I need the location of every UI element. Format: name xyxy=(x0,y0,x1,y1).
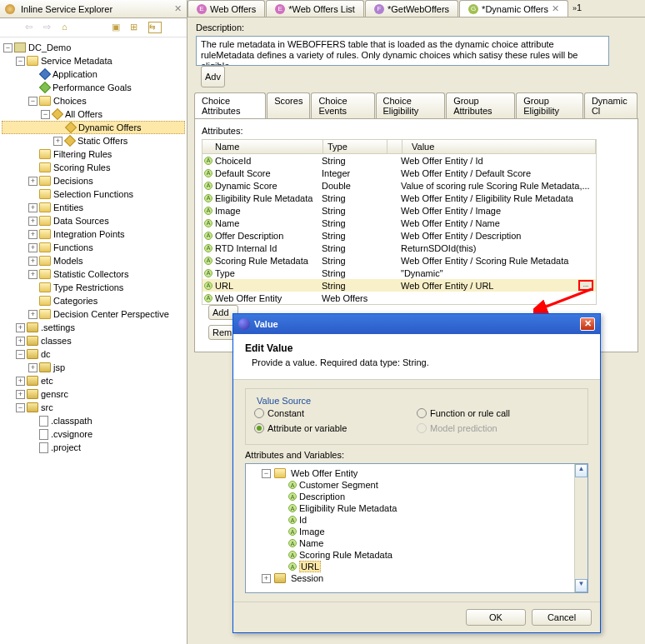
tree-cp[interactable]: .classpath xyxy=(51,416,92,426)
subtab-groupelig[interactable]: Group Eligibility xyxy=(516,92,583,118)
tabs-overflow[interactable]: »1 xyxy=(569,0,585,17)
av-entity[interactable]: Web Offer Entity xyxy=(291,468,358,478)
tree-etc[interactable]: etc xyxy=(41,376,53,386)
tree-ip[interactable]: Integration Points xyxy=(53,229,125,239)
scrollbar[interactable]: ▲ ▼ xyxy=(574,464,588,592)
close-icon[interactable]: ✕ xyxy=(552,3,559,14)
scroll-down-icon[interactable]: ▼ xyxy=(575,579,588,592)
radio-constant[interactable]: Constant xyxy=(254,406,417,421)
av-tree[interactable]: −Web Offer Entity ACustomer SegmentADesc… xyxy=(245,463,588,593)
av-item[interactable]: AURL xyxy=(249,561,584,572)
scroll-up-icon[interactable]: ▲ xyxy=(575,464,588,477)
tree-self[interactable]: Selection Functions xyxy=(53,189,133,199)
radio-attribute[interactable]: Attribute or variable xyxy=(254,421,417,436)
advanced-button[interactable]: Adv xyxy=(201,66,225,87)
cancel-button[interactable]: Cancel xyxy=(532,609,592,626)
cell-type: String xyxy=(322,206,401,216)
tree-fn[interactable]: Functions xyxy=(53,242,93,252)
subtab-scores[interactable]: Scores xyxy=(267,92,310,118)
tree-ds[interactable]: Data Sources xyxy=(53,216,109,226)
tree-dc[interactable]: dc xyxy=(41,349,51,359)
col-type[interactable]: Type xyxy=(323,140,388,153)
tree[interactable]: −DC_Demo −Service Metadata Application P… xyxy=(0,37,187,635)
folder-icon xyxy=(274,573,286,583)
table-row[interactable]: AScoring Rule MetadataStringWeb Offer En… xyxy=(202,254,596,267)
tree-dcp[interactable]: Decision Center Perspective xyxy=(53,309,169,319)
tree-dec[interactable]: Decisions xyxy=(53,176,93,186)
col-name[interactable]: Name xyxy=(202,140,323,153)
table-row[interactable]: ANameStringWeb Offer Entity / Name xyxy=(202,217,596,229)
ok-button[interactable]: OK xyxy=(466,609,526,626)
tree-app[interactable]: Application xyxy=(52,69,98,79)
tree-sm[interactable]: Service Metadata xyxy=(41,56,112,66)
tree-root[interactable]: DC_Demo xyxy=(28,42,71,52)
tree-tr[interactable]: Type Restrictions xyxy=(53,282,123,292)
av-item[interactable]: AScoring Rule Metadata xyxy=(249,549,584,561)
tree-gen[interactable]: gensrc xyxy=(41,389,68,399)
tree-statoffers[interactable]: Static Offers xyxy=(78,136,128,146)
table-row[interactable]: ATypeString"Dynamic" xyxy=(202,267,596,279)
av-item[interactable]: ACustomer Segment xyxy=(249,479,584,491)
table-row[interactable]: AImageStringWeb Offer Entity / Image xyxy=(202,204,596,217)
av-item[interactable]: AName xyxy=(249,537,584,549)
av-item[interactable]: ADescription xyxy=(249,491,584,502)
cell-value: Web Offer Entity / Eligibility Rule Meta… xyxy=(401,193,596,203)
tree-cls[interactable]: classes xyxy=(41,336,72,346)
attr-icon: A xyxy=(288,504,297,512)
table-row[interactable]: ADefault ScoreIntegerWeb Offer Entity / … xyxy=(202,167,596,179)
tree-proj[interactable]: .project xyxy=(51,442,81,452)
av-item[interactable]: AEligibility Rule Metadata xyxy=(249,502,584,514)
attr-icon: A xyxy=(204,169,212,177)
fwd-icon[interactable]: ⇨ xyxy=(43,22,57,33)
dialog-titlebar[interactable]: Value ✕ xyxy=(233,314,600,334)
av-item[interactable]: AImage xyxy=(249,526,584,537)
home-icon[interactable]: ⌂ xyxy=(62,22,75,33)
subtab-choiceelig[interactable]: Choice Eligibility xyxy=(376,92,446,118)
tab-getweboffers[interactable]: F*GetWebOffers xyxy=(365,0,458,17)
tree-sc[interactable]: Statistic Collectors xyxy=(53,269,128,279)
av-item[interactable]: AId xyxy=(249,514,584,526)
av-session[interactable]: Session xyxy=(291,573,323,583)
subtab-dynamic[interactable]: Dynamic Cl xyxy=(584,92,638,118)
radio-function[interactable]: Function or rule call xyxy=(417,406,579,421)
table-row[interactable]: AEligibility Rule MetadataStringWeb Offe… xyxy=(202,192,596,204)
cell-type: String xyxy=(322,268,401,278)
tree-choices[interactable]: Choices xyxy=(53,96,87,106)
collapse-icon[interactable]: ▣ xyxy=(112,22,125,33)
cell-type: String xyxy=(322,243,401,253)
table-row[interactable]: AURLStringWeb Offer Entity / URL... xyxy=(202,279,596,292)
file-icon xyxy=(39,442,48,453)
col-value[interactable]: Value xyxy=(402,140,596,153)
tree-src[interactable]: src xyxy=(41,402,53,412)
subtab-choiceattr[interactable]: Choice Attributes xyxy=(194,92,266,118)
description-text[interactable]: The rule metadata in WEBOFFERS table tha… xyxy=(196,36,609,66)
tree-cvs[interactable]: .cvsignore xyxy=(51,429,92,439)
tree-mdl[interactable]: Models xyxy=(53,256,82,266)
tree-set[interactable]: .settings xyxy=(41,322,75,332)
table-row[interactable]: ARTD Internal IdStringReturnSDOId(this) xyxy=(202,242,596,254)
tab-dynamicoffers[interactable]: G*Dynamic Offers✕ xyxy=(459,0,568,17)
tree-ent[interactable]: Entities xyxy=(53,202,83,212)
tab-webofferslist[interactable]: E*Web Offers List xyxy=(266,0,364,17)
close-button[interactable]: ✕ xyxy=(580,317,595,331)
cell-type: Double xyxy=(322,181,401,191)
tab-weboffers[interactable]: EWeb Offers xyxy=(188,0,265,17)
tree-alloffers[interactable]: All Offers xyxy=(65,109,102,119)
subtab-choiceevents[interactable]: Choice Events xyxy=(311,92,374,118)
tree-dynoffers[interactable]: Dynamic Offers xyxy=(78,122,142,132)
table-row[interactable]: ADynamic ScoreDoubleValue of scoring rul… xyxy=(202,179,596,192)
sync-icon[interactable]: ⇆ xyxy=(148,22,162,33)
tree-cat[interactable]: Categories xyxy=(53,296,98,306)
table-row[interactable]: AChoiceIdStringWeb Offer Entity / Id xyxy=(202,154,596,167)
tree-scor[interactable]: Scoring Rules xyxy=(53,162,110,172)
tree-jsp[interactable]: jsp xyxy=(53,362,65,372)
tree-perf[interactable]: Performance Goals xyxy=(52,82,132,92)
table-row[interactable]: AOffer DescriptionStringWeb Offer Entity… xyxy=(202,229,596,242)
cell-name: Scoring Rule Metadata xyxy=(215,256,322,266)
back-icon[interactable]: ⇦ xyxy=(25,22,38,33)
table-row[interactable]: AWeb Offer EntityWeb Offers xyxy=(202,292,596,304)
subtab-groupattr[interactable]: Group Attributes xyxy=(446,92,515,118)
link-icon[interactable]: ⊞ xyxy=(130,22,143,33)
edit-value-button[interactable]: ... xyxy=(578,280,593,291)
tree-filt[interactable]: Filtering Rules xyxy=(53,149,112,159)
